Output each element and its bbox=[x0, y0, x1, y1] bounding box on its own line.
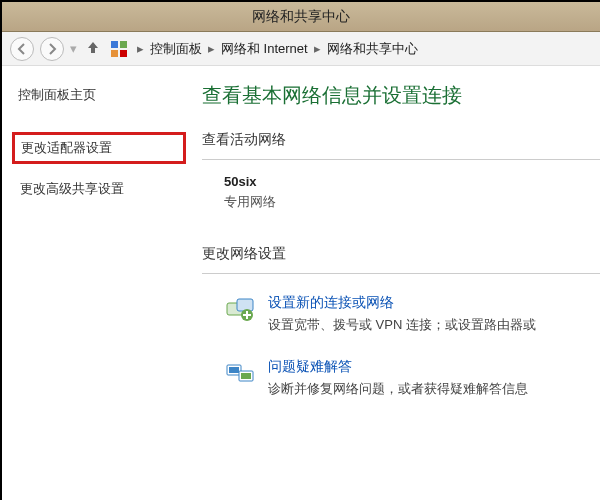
chevron-right-icon: ▸ bbox=[312, 41, 323, 56]
svg-rect-2 bbox=[111, 50, 118, 57]
arrow-right-icon bbox=[46, 43, 58, 55]
nav-separator: ▾ bbox=[70, 41, 77, 56]
svg-rect-10 bbox=[241, 373, 251, 379]
settings-item-new-connection-desc: 设置宽带、拨号或 VPN 连接；或设置路由器或 bbox=[268, 316, 600, 334]
sidebar-advanced-link[interactable]: 更改高级共享设置 bbox=[18, 176, 186, 202]
breadcrumb: ▸ 控制面板 ▸ 网络和 Internet ▸ 网络和共享中心 bbox=[135, 40, 418, 58]
change-settings-head: 更改网络设置 bbox=[202, 245, 600, 263]
settings-item-new-connection: 设置新的连接或网络 设置宽带、拨号或 VPN 连接；或设置路由器或 bbox=[202, 288, 600, 352]
back-button[interactable] bbox=[10, 37, 34, 61]
settings-item-new-connection-link[interactable]: 设置新的连接或网络 bbox=[268, 294, 394, 310]
nav-toolbar: ▾ ▸ 控制面板 ▸ 网络和 Internet ▸ 网络和共享中心 bbox=[2, 32, 600, 66]
troubleshoot-icon bbox=[224, 358, 256, 390]
sidebar: 控制面板主页 更改适配器设置 更改高级共享设置 bbox=[2, 66, 202, 500]
active-network-block: 50six 专用网络 bbox=[202, 174, 600, 211]
network-type: 专用网络 bbox=[224, 193, 600, 211]
settings-item-troubleshoot-link[interactable]: 问题疑难解答 bbox=[268, 358, 352, 374]
svg-rect-3 bbox=[120, 50, 127, 57]
setup-connection-icon bbox=[224, 294, 256, 326]
window-title: 网络和共享中心 bbox=[252, 8, 350, 26]
breadcrumb-item-0[interactable]: 控制面板 bbox=[150, 40, 202, 58]
svg-rect-1 bbox=[120, 41, 127, 48]
breadcrumb-item-2[interactable]: 网络和共享中心 bbox=[327, 40, 418, 58]
window-titlebar: 网络和共享中心 bbox=[2, 2, 600, 32]
settings-item-troubleshoot-desc: 诊断并修复网络问题，或者获得疑难解答信息 bbox=[268, 380, 600, 398]
sidebar-home-link[interactable]: 控制面板主页 bbox=[18, 86, 186, 104]
settings-item-troubleshoot: 问题疑难解答 诊断并修复网络问题，或者获得疑难解答信息 bbox=[202, 352, 600, 416]
up-button[interactable] bbox=[83, 40, 103, 57]
main-panel: 查看基本网络信息并设置连接 查看活动网络 50six 专用网络 更改网络设置 设… bbox=[202, 66, 600, 500]
svg-rect-9 bbox=[229, 367, 239, 373]
divider bbox=[202, 159, 600, 160]
svg-rect-5 bbox=[237, 299, 253, 311]
network-name: 50six bbox=[224, 174, 600, 189]
page-title: 查看基本网络信息并设置连接 bbox=[202, 82, 600, 109]
control-panel-icon bbox=[109, 39, 129, 59]
svg-rect-0 bbox=[111, 41, 118, 48]
sidebar-adapter-link[interactable]: 更改适配器设置 bbox=[12, 132, 186, 164]
sidebar-adapter-label: 更改适配器设置 bbox=[21, 140, 112, 155]
settings-list: 设置新的连接或网络 设置宽带、拨号或 VPN 连接；或设置路由器或 问题疑难解答… bbox=[202, 288, 600, 416]
arrow-left-icon bbox=[16, 43, 28, 55]
divider bbox=[202, 273, 600, 274]
active-networks-head: 查看活动网络 bbox=[202, 131, 600, 149]
arrow-up-icon bbox=[86, 40, 100, 54]
breadcrumb-item-1[interactable]: 网络和 Internet bbox=[221, 40, 308, 58]
chevron-right-icon: ▸ bbox=[135, 41, 146, 56]
forward-button[interactable] bbox=[40, 37, 64, 61]
chevron-right-icon: ▸ bbox=[206, 41, 217, 56]
